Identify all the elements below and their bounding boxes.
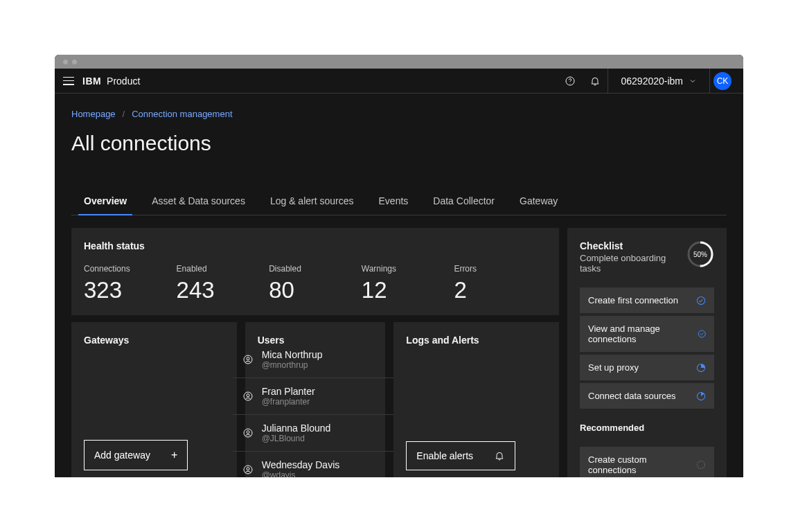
metric-warnings: Warnings 12 xyxy=(362,264,454,303)
bell-icon xyxy=(494,450,505,461)
check-circle-icon xyxy=(696,296,706,305)
brand: IBM Product xyxy=(82,76,140,87)
metric-errors: Errors 2 xyxy=(454,264,547,303)
user-row[interactable]: Julianna Blound @JLBlound xyxy=(233,414,398,451)
brand-product: Product xyxy=(107,76,140,87)
svg-point-3 xyxy=(247,357,249,360)
tab-overview[interactable]: Overview xyxy=(71,188,139,215)
progress-ring: 50% xyxy=(686,240,714,268)
tab-events[interactable]: Events xyxy=(366,188,421,215)
user-icon xyxy=(242,427,254,438)
tab-data-collector[interactable]: Data Collector xyxy=(420,188,507,215)
svg-point-16 xyxy=(698,461,705,468)
tab-asset-data-sources[interactable]: Asset & Data sources xyxy=(139,188,258,215)
window-dot[interactable] xyxy=(72,60,77,64)
gateways-card: Gateways Add gateway + xyxy=(71,322,237,477)
checklist-item[interactable]: View and manage connections xyxy=(580,316,714,352)
logs-alerts-card: Logs and Alerts Enable alerts xyxy=(393,322,559,477)
user-row[interactable]: Fran Planter @franplanter xyxy=(233,378,398,414)
progress-icon xyxy=(696,391,706,401)
breadcrumb-link[interactable]: Connection management xyxy=(132,109,232,119)
user-icon xyxy=(242,391,254,402)
add-gateway-button[interactable]: Add gateway + xyxy=(84,440,188,470)
metric-enabled: Enabled 243 xyxy=(177,264,269,303)
recommended-label: Recommended xyxy=(580,423,714,433)
page-title: All connections xyxy=(71,132,727,155)
card-title: Gateways xyxy=(84,335,224,346)
tab-gateway[interactable]: Gateway xyxy=(507,188,570,215)
svg-point-7 xyxy=(247,431,249,434)
menu-icon[interactable] xyxy=(63,76,74,87)
breadcrumb-link[interactable]: Homepage xyxy=(71,109,116,119)
tab-log-alert-sources[interactable]: Log & alert sources xyxy=(258,188,366,215)
checklist-item[interactable]: Connect data sources xyxy=(580,383,714,409)
app-header: IBM Product 06292020-ibm CK xyxy=(55,69,743,94)
chevron-down-icon xyxy=(689,77,697,85)
app-window: IBM Product 06292020-ibm CK Homepage / xyxy=(55,55,743,477)
user-icon xyxy=(242,464,254,475)
checklist-item[interactable]: Set up proxy xyxy=(580,355,714,380)
progress-percent: 50% xyxy=(686,240,714,268)
checklist-subtitle: Complete onboarding tasks xyxy=(580,253,686,274)
check-circle-icon xyxy=(698,329,706,339)
empty-circle-icon xyxy=(696,460,706,470)
breadcrumb-separator: / xyxy=(123,109,125,119)
window-chrome xyxy=(55,55,743,69)
metric-connections: Connections 323 xyxy=(84,264,177,303)
help-icon[interactable] xyxy=(558,69,583,94)
svg-point-9 xyxy=(247,468,249,470)
tab-list: Overview Asset & Data sources Log & aler… xyxy=(71,188,727,215)
user-row[interactable]: Mica Northrup @mnorthrup xyxy=(233,342,398,378)
org-switcher[interactable]: 06292020-ibm xyxy=(608,76,709,87)
users-card: Users Mica Northrup @mnorthrup xyxy=(245,322,386,477)
window-dot[interactable] xyxy=(63,60,68,64)
checklist-item[interactable]: Create first connection xyxy=(580,287,714,313)
user-row[interactable]: Wednesday Davis @wdavis xyxy=(233,451,398,477)
svg-point-1 xyxy=(570,82,571,83)
health-status-card: Health status Connections 323 Enabled 24… xyxy=(71,228,559,315)
user-icon xyxy=(242,354,254,365)
metric-disabled: Disabled 80 xyxy=(269,264,362,303)
card-title: Logs and Alerts xyxy=(406,335,547,346)
org-name: 06292020-ibm xyxy=(621,76,683,87)
checklist-item[interactable]: Create custom connections xyxy=(580,447,714,477)
checklist-card: Checklist Complete onboarding tasks 50% xyxy=(567,228,727,477)
brand-logo: IBM xyxy=(82,76,101,87)
card-title: Checklist xyxy=(580,240,686,251)
card-title: Health status xyxy=(84,240,547,251)
progress-icon xyxy=(696,363,706,373)
notifications-icon[interactable] xyxy=(583,69,608,94)
plus-icon: + xyxy=(171,449,177,461)
breadcrumb: Homepage / Connection management xyxy=(71,94,727,119)
svg-point-5 xyxy=(247,394,249,397)
enable-alerts-button[interactable]: Enable alerts xyxy=(406,441,515,470)
user-avatar[interactable]: CK xyxy=(713,72,732,90)
